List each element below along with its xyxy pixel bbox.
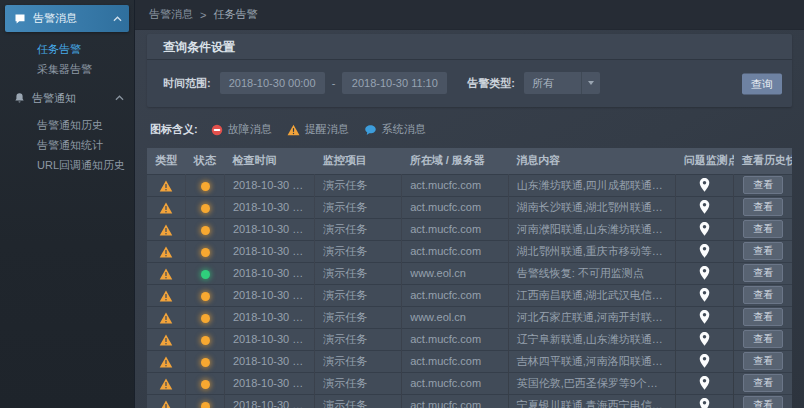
col-header-status: 状态 [186, 148, 225, 174]
message-content: 辽宁阜新联通,山东潍坊联通等47个监测... [508, 328, 676, 350]
message-content: 河北石家庄联通,河南开封联通等31个监... [508, 306, 676, 328]
sidebar-group-label: 告警通知 [32, 91, 76, 106]
server-domain: www.eol.cn [402, 306, 508, 328]
view-snapshot-button[interactable]: 查看 [743, 352, 783, 370]
legend-item-label: 提醒消息 [305, 122, 349, 137]
legend-item-label: 系统消息 [382, 122, 426, 137]
time-to-input[interactable] [342, 72, 447, 94]
main-content: 告警消息 > 任务告警 查询条件设置 时间范围: - 告警类型: 所有 查询 [135, 0, 804, 408]
sidebar-item-notify-history[interactable]: 告警通知历史 [0, 115, 134, 135]
col-header-view-snapshot: 查看历史快照 [734, 148, 792, 174]
location-pin-icon[interactable] [699, 244, 710, 258]
time-from-input[interactable] [220, 72, 325, 94]
server-domain: act.mucfc.com [402, 284, 508, 306]
view-snapshot-button[interactable]: 查看 [743, 220, 783, 238]
message-content: 吉林四平联通,河南洛阳联通等54个监测... [508, 350, 676, 372]
message-content: 宁夏银川联通,青海西宁电信等33个监测... [508, 394, 676, 408]
status-dot [201, 204, 210, 213]
sidebar-item-task-alert[interactable]: 任务告警 [0, 39, 134, 59]
app-window: 告警消息 任务告警 采集器告警 告警通知 告警通知历史 告警通知统计 URL回调… [0, 0, 804, 408]
check-time: 2018-10-30 10:55:27 [224, 372, 314, 394]
status-dot [201, 270, 210, 279]
location-pin-icon[interactable] [699, 376, 710, 390]
location-pin-icon[interactable] [699, 200, 710, 214]
col-header-problem-points: 问题监测点 [676, 148, 734, 174]
sidebar-group-alert-messages[interactable]: 告警消息 [5, 5, 129, 32]
warning-triangle-icon [159, 246, 173, 258]
status-dot [201, 292, 210, 301]
view-snapshot-button[interactable]: 查看 [743, 330, 783, 348]
warning-triangle-icon [159, 334, 173, 346]
table-row: 2018-10-30 10:59:29演示任务act.mucfc.com辽宁阜新… [147, 328, 792, 350]
location-pin-icon[interactable] [699, 178, 710, 192]
warning-triangle-icon [159, 312, 173, 324]
check-time: 2018-10-30 10:59:29 [224, 328, 314, 350]
sidebar-group-alert-notify[interactable]: 告警通知 [0, 85, 134, 111]
icon-legend: 图标含义: 故障消息 提醒消息 系统消息 [147, 107, 792, 148]
warning-triangle-icon [159, 378, 173, 390]
col-header-project: 监控项目 [315, 148, 402, 174]
view-snapshot-button[interactable]: 查看 [743, 286, 783, 304]
range-separator: - [332, 77, 336, 89]
table-row: 2018-10-30 10:57:27演示任务act.mucfc.com吉林四平… [147, 350, 792, 372]
monitor-project: 演示任务 [315, 284, 402, 306]
warning-triangle-icon [159, 400, 173, 408]
table-row: 2018-10-30 11:03:29演示任务act.mucfc.com湖北鄂州… [147, 240, 792, 262]
status-dot [201, 336, 210, 345]
view-snapshot-button[interactable]: 查看 [743, 374, 783, 392]
chevron-up-icon [113, 16, 122, 22]
alert-type-label: 告警类型: [467, 76, 515, 91]
view-snapshot-button[interactable]: 查看 [743, 396, 783, 408]
sidebar: 告警消息 任务告警 采集器告警 告警通知 告警通知历史 告警通知统计 URL回调… [0, 0, 135, 408]
query-panel-title: 查询条件设置 [147, 34, 792, 60]
check-time: 2018-10-30 10:57:27 [224, 350, 314, 372]
warning-triangle-icon [287, 124, 300, 136]
query-form: 时间范围: - 告警类型: 所有 查询 [147, 60, 792, 107]
warning-triangle-icon [159, 224, 173, 236]
query-button[interactable]: 查询 [742, 73, 782, 94]
monitor-project: 演示任务 [315, 306, 402, 328]
legend-item-fault: 故障消息 [211, 122, 272, 137]
message-content: 河南濮阳联通,山东潍坊联通等50个监测... [508, 218, 676, 240]
table-row: 2018-10-30 11:05:29演示任务act.mucfc.com河南濮阳… [147, 218, 792, 240]
check-time: 2018-10-30 10:53:26 [224, 394, 314, 408]
breadcrumb: 告警消息 > 任务告警 [135, 0, 804, 30]
warning-triangle-icon [159, 202, 173, 214]
location-pin-icon[interactable] [699, 398, 710, 408]
message-content: 湖南长沙联通,湖北鄂州联通等52个监测... [508, 196, 676, 218]
location-pin-icon[interactable] [699, 332, 710, 346]
breadcrumb-item[interactable]: 告警消息 [149, 7, 193, 22]
bell-icon [14, 92, 25, 104]
table-row: 2018-10-30 10:55:27演示任务act.mucfc.com英国伦敦… [147, 372, 792, 394]
view-snapshot-button[interactable]: 查看 [743, 264, 783, 282]
location-pin-icon[interactable] [699, 266, 710, 280]
status-dot [201, 402, 210, 408]
check-time: 2018-10-30 11:05:29 [224, 218, 314, 240]
view-snapshot-button[interactable]: 查看 [743, 176, 783, 194]
server-domain: act.mucfc.com [402, 218, 508, 240]
location-pin-icon[interactable] [699, 222, 710, 236]
monitor-project: 演示任务 [315, 328, 402, 350]
view-snapshot-button[interactable]: 查看 [743, 198, 783, 216]
table-row: 2018-10-30 11:09:29演示任务act.mucfc.com山东潍坊… [147, 174, 792, 196]
message-content: 湖北鄂州联通,重庆市移动等36个监测点... [508, 240, 676, 262]
table-row: 2018-10-30 11:02:23演示任务www.eol.cn告警线恢复: … [147, 262, 792, 284]
sidebar-item-notify-stats[interactable]: 告警通知统计 [0, 135, 134, 155]
location-pin-icon[interactable] [699, 354, 710, 368]
monitor-project: 演示任务 [315, 394, 402, 408]
view-snapshot-button[interactable]: 查看 [743, 308, 783, 326]
sidebar-item-url-callback-history[interactable]: URL回调通知历史 [0, 155, 134, 175]
message-content: 告警线恢复: 不可用监测点 [508, 262, 676, 284]
view-snapshot-button[interactable]: 查看 [743, 242, 783, 260]
location-pin-icon[interactable] [699, 288, 710, 302]
page-content: 查询条件设置 时间范围: - 告警类型: 所有 查询 图标含义: [135, 30, 804, 408]
message-content: 英国伦敦,巴西圣保罗等9个监测点 当前... [508, 372, 676, 394]
warning-triangle-icon [159, 180, 173, 192]
check-time: 2018-10-30 11:09:29 [224, 174, 314, 196]
server-domain: www.eol.cn [402, 262, 508, 284]
table-row: 2018-10-30 10:53:26演示任务act.mucfc.com宁夏银川… [147, 394, 792, 408]
alert-type-select[interactable]: 所有 [524, 72, 600, 94]
location-pin-icon[interactable] [699, 310, 710, 324]
col-header-server: 所在域 / 服务器 [402, 148, 508, 174]
sidebar-item-collector-alert[interactable]: 采集器告警 [0, 59, 134, 79]
